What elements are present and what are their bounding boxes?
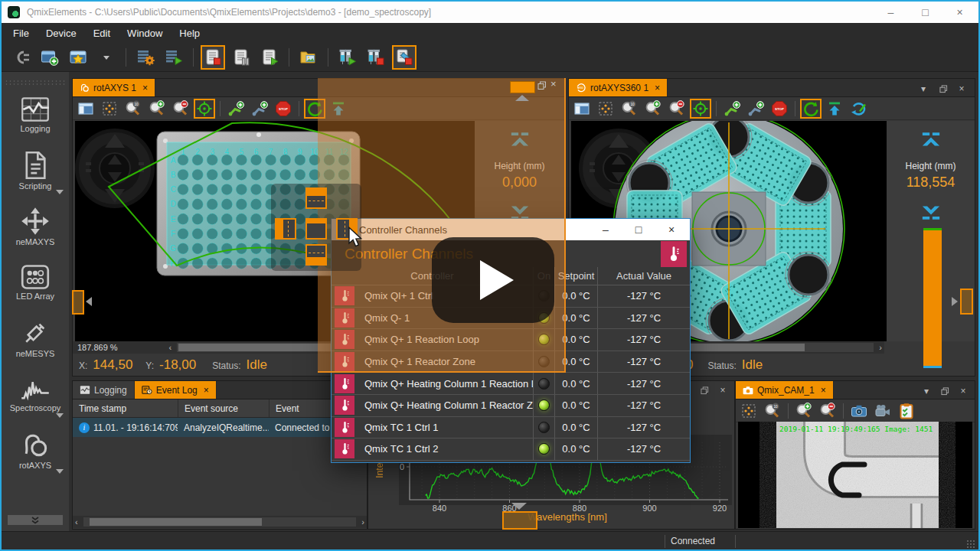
- eventlog-column-header[interactable]: Time stamp: [73, 399, 178, 417]
- add-window-button[interactable]: [38, 45, 62, 70]
- controller-on-led[interactable]: [538, 378, 550, 390]
- favorites-dropdown-button[interactable]: [94, 45, 119, 70]
- controller-row[interactable]: Qmix Q+ Heating Column 1 Reaction Loop0.…: [332, 373, 690, 395]
- protocol-record-stop-button[interactable]: [201, 45, 225, 70]
- sidebar-item-nemesys[interactable]: neMESYS: [2, 310, 69, 366]
- lift-up-button[interactable]: [824, 99, 845, 119]
- add-position-button[interactable]: [225, 99, 247, 119]
- dock-guide-bottom[interactable]: [305, 244, 327, 266]
- scroll-left-icon[interactable]: ‹: [73, 517, 80, 527]
- sidebar-drag-handle[interactable]: [5, 80, 66, 85]
- zoom-original-button[interactable]: 10: [122, 99, 144, 119]
- dialog-minimize-button[interactable]: –: [590, 219, 621, 240]
- dock-guide-up-arrow[interactable]: [515, 95, 529, 101]
- close-button[interactable]: ×: [942, 2, 977, 23]
- dialog-close-button[interactable]: ×: [656, 219, 687, 240]
- panel-menu-icon[interactable]: ▾: [920, 385, 933, 397]
- menu-file[interactable]: File: [5, 24, 38, 42]
- controller-on-led[interactable]: [538, 443, 550, 455]
- zoom-out-button[interactable]: [817, 401, 838, 421]
- controller-on-led[interactable]: [538, 399, 550, 411]
- scroll-right-icon[interactable]: ›: [359, 517, 367, 527]
- tab-close-icon[interactable]: ×: [655, 83, 660, 93]
- setpoint-value[interactable]: 0.0 °C: [554, 373, 597, 394]
- record-video-button[interactable]: [872, 401, 893, 421]
- resize-grip[interactable]: [966, 540, 975, 549]
- controller-row[interactable]: Qmix Q+ Heating Column 1 Reactor Zone0.0…: [332, 395, 690, 417]
- menu-device[interactable]: Device: [38, 24, 85, 42]
- sidebar-item-spectroscopy[interactable]: Spectroscopy: [2, 366, 69, 422]
- move-to-position-button[interactable]: [194, 99, 215, 119]
- panel-close-icon[interactable]: ×: [955, 83, 969, 95]
- favorites-button[interactable]: [66, 45, 90, 70]
- video-play-button[interactable]: [432, 237, 554, 323]
- disconnect-device-button[interactable]: [9, 45, 34, 70]
- maximize-button[interactable]: □: [908, 2, 942, 23]
- tab-close-icon[interactable]: ×: [204, 385, 209, 396]
- menu-window[interactable]: Window: [119, 24, 171, 42]
- dock-bottom-handle[interactable]: [502, 511, 537, 530]
- rotate-module-button[interactable]: [848, 99, 869, 119]
- tab-camera[interactable]: Qmix_CAM_1×: [736, 381, 834, 399]
- menu-help[interactable]: Help: [171, 24, 208, 42]
- dialog-maximize-button[interactable]: □: [623, 219, 654, 240]
- eventlog-row[interactable]: i11.01. - 19:16:14:709AnalyzeIQRealtime.…: [73, 418, 367, 437]
- zoom-in-button[interactable]: [146, 99, 168, 119]
- zoom-out-button[interactable]: [666, 99, 688, 119]
- dosing-stop-button[interactable]: [364, 45, 388, 70]
- show-panel-button[interactable]: [571, 99, 593, 119]
- menu-edit[interactable]: Edit: [85, 24, 119, 42]
- image-settings-button[interactable]: [896, 401, 917, 421]
- add-position-alt-button[interactable]: [745, 99, 766, 119]
- tab-rotaxys1[interactable]: rotAXYS 1×: [73, 79, 155, 96]
- dock-left-handle[interactable]: [72, 290, 84, 315]
- zoom-original-button[interactable]: 10: [619, 99, 640, 119]
- tab-rotaxys360[interactable]: 360 rotAXYS360 1×: [569, 79, 668, 96]
- eventlog-column-header[interactable]: Event source: [178, 399, 269, 417]
- panel-float-icon[interactable]: [936, 83, 950, 95]
- tab-eventlog[interactable]: Event Log×: [135, 381, 217, 399]
- tab-logging[interactable]: Logging: [73, 381, 135, 399]
- eventlog-scrollbar[interactable]: ‹ ›: [73, 516, 367, 528]
- dock-guide-top[interactable]: [305, 187, 327, 209]
- sidebar-item-rotaxys[interactable]: rotAXYS: [2, 422, 69, 478]
- zoom-out-button[interactable]: [170, 99, 191, 119]
- add-position-button[interactable]: [721, 99, 743, 119]
- script-start-button[interactable]: [162, 45, 186, 70]
- panel-float-icon[interactable]: [537, 80, 547, 93]
- thermometer-icon[interactable]: [661, 241, 687, 267]
- protocol-pause-button[interactable]: [229, 45, 253, 70]
- dosing-wizard-button[interactable]: [392, 45, 416, 70]
- setpoint-value[interactable]: 0.0 °C: [554, 417, 597, 439]
- panel-float-icon[interactable]: [938, 385, 952, 397]
- stop-axis-button[interactable]: STOP: [769, 99, 790, 119]
- scroll-left-icon[interactable]: ‹: [167, 343, 175, 352]
- add-position-alt-button[interactable]: [249, 99, 270, 119]
- tab-close-icon[interactable]: ×: [142, 83, 148, 93]
- move-to-position-button[interactable]: [690, 99, 711, 119]
- sidebar-item-logging[interactable]: Logging: [2, 86, 69, 142]
- setpoint-value[interactable]: 0.0 °C: [554, 439, 597, 460]
- sidebar-item-nemaxys[interactable]: neMAXYS: [2, 198, 69, 254]
- script-configure-button[interactable]: [133, 45, 158, 70]
- chevron-down-icon[interactable]: [56, 413, 64, 418]
- flyout-arrow-icon[interactable]: [952, 297, 958, 306]
- tab-close-icon[interactable]: ×: [821, 385, 826, 396]
- dosing-start-button[interactable]: [335, 45, 360, 70]
- dock-guide-center[interactable]: [305, 218, 327, 240]
- sidebar-collapse-button[interactable]: [8, 515, 63, 525]
- controller-row[interactable]: Qmix TC 1 Ctrl 10.0 °C-127 °C: [332, 417, 690, 439]
- scroll-right-icon[interactable]: ›: [877, 343, 884, 352]
- panel-minimize-highlight[interactable]: [510, 81, 535, 93]
- stop-axis-button[interactable]: STOP: [273, 99, 294, 119]
- chevron-down-icon[interactable]: [56, 469, 64, 474]
- zoom-in-button[interactable]: [793, 401, 815, 421]
- sidebar-item-scripting[interactable]: Scripting: [2, 142, 69, 198]
- dock-right-handle[interactable]: [960, 289, 973, 315]
- camera-view[interactable]: 2019-01-11 19:19:49:165 Image: 1451: [738, 422, 972, 528]
- dock-guide-down-arrow[interactable]: [511, 503, 527, 510]
- lift-down-button[interactable]: [920, 201, 942, 223]
- lift-up-button[interactable]: [920, 132, 942, 155]
- sidebar-item-led-array[interactable]: LED Array: [2, 254, 69, 310]
- protocol-start-button[interactable]: [257, 45, 282, 70]
